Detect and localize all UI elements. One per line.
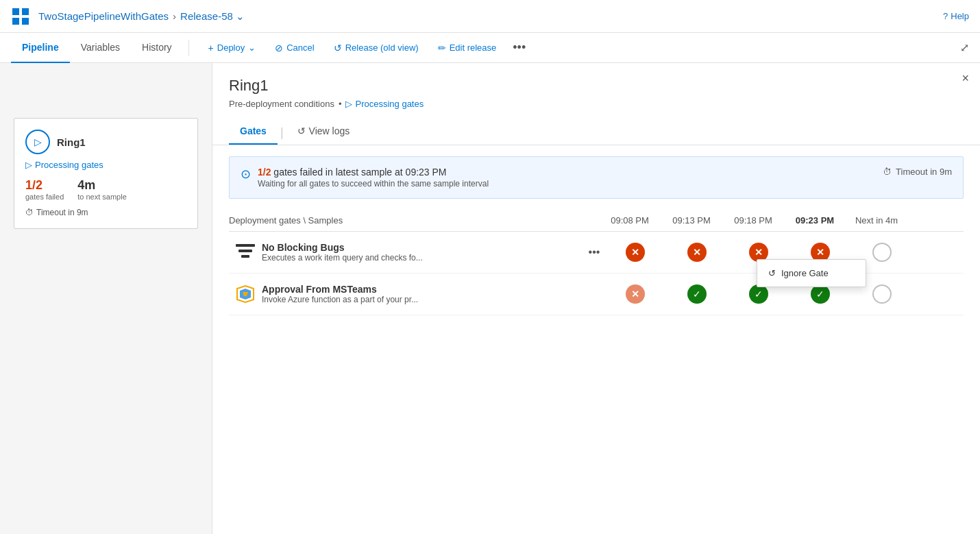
status-cell-4: ✓ (789, 284, 851, 304)
col-time-1: 09:08 PM (599, 215, 661, 226)
next-sample-value: 4m (77, 178, 127, 193)
pipeline-stage-icon: ▷ (34, 136, 42, 147)
gate-statuses: ✕ ✓ ✓ ✓ (604, 284, 913, 304)
stage-timeout: ⏱ Timeout in 9m (25, 208, 186, 217)
help-circle-icon: ? (943, 11, 948, 21)
status-cell-2: ✕ (666, 243, 728, 262)
main-layout: ▷ Ring1 ▷ Processing gates 1/2 gates fai… (0, 63, 980, 534)
close-button[interactable]: × (961, 71, 969, 86)
breadcrumb-release[interactable]: Release-58 ⌄ (180, 10, 245, 23)
stage-status[interactable]: ▷ Processing gates (25, 160, 186, 170)
gate-menu-button[interactable]: ••• (584, 246, 604, 258)
col-time-2: 09:13 PM (661, 215, 722, 226)
tab-variables[interactable]: Variables (70, 33, 131, 63)
logo (11, 7, 30, 26)
gate-info-msteams: Approval From MSTeams Invoke Azure funct… (262, 284, 584, 304)
col-time-4: 09:23 PM (784, 215, 846, 226)
svg-rect-6 (241, 255, 249, 258)
alert-left: ⊙ 1/2 gates failed in latest sample at 0… (241, 167, 489, 189)
svg-rect-5 (238, 250, 252, 252)
alert-text: 1/2 gates failed in latest sample at 09:… (258, 167, 489, 189)
svg-rect-3 (22, 18, 29, 25)
refresh-icon: ↺ (334, 43, 342, 53)
alert-timeout: ⏱ Timeout in 9m (883, 167, 952, 177)
help-button[interactable]: ? Help (943, 11, 969, 21)
failed-count: 1/2 (258, 167, 271, 178)
stage-metrics: 1/2 gates failed 4m to next sample (25, 178, 186, 201)
teams-gate-icon (234, 283, 256, 305)
gates-failed-metric: 1/2 gates failed (25, 178, 64, 201)
filter-gate-icon (234, 241, 256, 263)
expand-button[interactable]: ⤢ (960, 41, 969, 54)
refresh-icon: ↺ (768, 268, 776, 278)
status-cell-1: ✕ (604, 243, 666, 262)
col-next: Next in 4m (846, 215, 907, 226)
gates-failed-label: gates failed (25, 193, 64, 201)
breadcrumb-project[interactable]: TwoStagePipelineWithGates (38, 10, 169, 22)
gates-table-header: Deployment gates \ Samples 09:08 PM 09:1… (229, 210, 964, 232)
svg-rect-2 (12, 18, 19, 25)
panel-breadcrumb-sep: • (339, 99, 342, 109)
tab-history[interactable]: History (131, 33, 183, 63)
nav-divider (188, 40, 189, 56)
gates-section: Deployment gates \ Samples 09:08 PM 09:1… (212, 210, 980, 332)
status-check-icon: ✓ (749, 284, 768, 304)
tab-gates[interactable]: Gates (229, 120, 278, 145)
tab-separator: | (280, 125, 284, 140)
old-view-button[interactable]: ↺ Release (old view) (326, 39, 427, 57)
gate-name: No Blocking Bugs (262, 242, 584, 253)
status-cell-1: ✕ (604, 284, 666, 304)
status-check-icon: ✓ (811, 284, 830, 304)
alert-time: 09:23 PM (406, 167, 447, 178)
next-sample-label: to next sample (77, 193, 127, 201)
panel-breadcrumb-prefix: Pre-deployment conditions (229, 99, 334, 109)
nav-tabs: Pipeline Variables History + Deploy ⌄ ⊘ … (0, 33, 980, 63)
next-sample-metric: 4m to next sample (77, 178, 127, 201)
col-time-3: 09:18 PM (722, 215, 784, 226)
deploy-button[interactable]: + Deploy ⌄ (200, 39, 265, 57)
top-bar: TwoStagePipelineWithGates › Release-58 ⌄… (0, 0, 980, 33)
chevron-down-icon: ⌄ (236, 10, 245, 23)
status-circle-icon (872, 284, 892, 304)
gate-name: Approval From MSTeams (262, 284, 584, 295)
stage-card-header: ▷ Ring1 (25, 130, 186, 154)
view-logs-icon: ↺ (297, 125, 306, 136)
cancel-button[interactable]: ⊘ Cancel (267, 39, 322, 57)
panel-breadcrumb: Pre-deployment conditions • ▷ Processing… (229, 99, 964, 109)
plus-icon: + (208, 43, 214, 53)
status-cell-3: ✓ (728, 284, 789, 304)
ignore-gate-menu-item[interactable]: ↺ Ignore Gate (757, 263, 866, 284)
tab-view-logs[interactable]: ↺ View logs (286, 120, 361, 145)
gate-icon-area (229, 241, 262, 263)
gate-row-no-blocking-bugs: No Blocking Bugs Executes a work item qu… (229, 232, 964, 274)
alert-banner: ⊙ 1/2 gates failed in latest sample at 0… (229, 156, 964, 199)
status-x-icon: ✕ (687, 243, 707, 262)
context-menu: ↺ Ignore Gate (757, 259, 866, 287)
status-cell-5 (851, 284, 913, 304)
status-cell-2: ✓ (666, 284, 728, 304)
clock-icon: ⏱ (25, 208, 34, 217)
stage-icon: ▷ (25, 130, 50, 154)
clock-icon: ⏱ (883, 167, 892, 177)
gate-desc: Executes a work item query and checks fo… (262, 253, 584, 263)
gate-info-no-blocking-bugs: No Blocking Bugs Executes a work item qu… (262, 242, 584, 263)
status-circle-icon (872, 243, 892, 262)
svg-rect-1 (22, 8, 29, 15)
tab-pipeline[interactable]: Pipeline (11, 33, 70, 63)
edit-release-button[interactable]: ✏ Edit release (430, 39, 505, 57)
processing-gates-link[interactable]: ▷ Processing gates (345, 99, 424, 109)
alert-title: 1/2 gates failed in latest sample at 09:… (258, 167, 489, 178)
panel-title: Ring1 (229, 77, 964, 95)
spinner-icon: ⊙ (241, 167, 251, 182)
svg-rect-0 (12, 8, 19, 15)
panel-header: Ring1 Pre-deployment conditions • ▷ Proc… (212, 63, 980, 109)
more-options-button[interactable]: ••• (507, 38, 531, 58)
breadcrumb-separator: › (173, 10, 176, 22)
chevron-down-icon: ⌄ (248, 43, 256, 53)
play-icon: ▷ (345, 99, 352, 109)
stage-card: ▷ Ring1 ▷ Processing gates 1/2 gates fai… (14, 118, 198, 229)
cancel-icon: ⊘ (275, 43, 283, 53)
panel-tabs: Gates | ↺ View logs (212, 109, 980, 145)
expand-icon: ⤢ (960, 42, 969, 53)
gate-desc: Invoke Azure function as a part of your … (262, 295, 584, 304)
